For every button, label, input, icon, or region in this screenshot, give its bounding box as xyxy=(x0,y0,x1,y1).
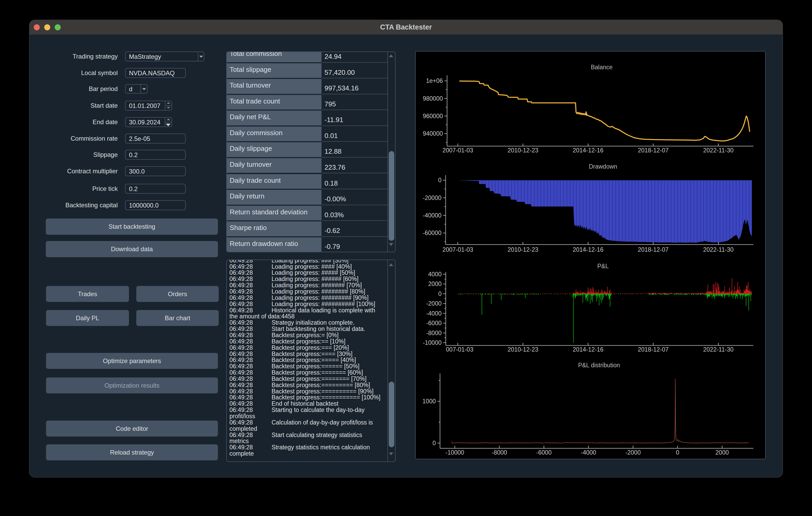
svg-text:-20000: -20000 xyxy=(423,194,442,201)
svg-text:0: 0 xyxy=(432,440,436,447)
svg-text:-4000: -4000 xyxy=(581,449,596,456)
svg-text:-8000: -8000 xyxy=(492,449,507,456)
svg-text:-2000: -2000 xyxy=(426,300,442,307)
svg-text:-8000: -8000 xyxy=(426,330,442,336)
svg-text:2022-11-30: 2022-11-30 xyxy=(703,147,733,154)
svg-text:-60000: -60000 xyxy=(423,230,442,236)
svg-text:Balance: Balance xyxy=(591,64,612,70)
svg-text:Drawdown: Drawdown xyxy=(589,163,617,170)
svg-text:P&L: P&L xyxy=(597,263,609,270)
svg-text:2022-11-30: 2022-11-30 xyxy=(703,246,733,253)
svg-text:1e+06: 1e+06 xyxy=(426,78,443,84)
svg-text:2000: 2000 xyxy=(716,449,729,456)
svg-text:1000: 1000 xyxy=(423,398,436,405)
svg-text:2010-12-23: 2010-12-23 xyxy=(508,346,539,353)
svg-text:960000: 960000 xyxy=(423,113,443,119)
svg-text:2018-12-07: 2018-12-07 xyxy=(638,246,669,253)
svg-text:-6000: -6000 xyxy=(536,449,552,456)
svg-text:2007-01-03: 2007-01-03 xyxy=(442,246,473,253)
svg-text:2000: 2000 xyxy=(428,280,442,287)
svg-text:-10000: -10000 xyxy=(445,449,464,456)
svg-text:2010-12-23: 2010-12-23 xyxy=(508,147,539,154)
svg-text:0: 0 xyxy=(438,177,442,183)
svg-text:940000: 940000 xyxy=(423,130,443,137)
svg-text:2014-12-16: 2014-12-16 xyxy=(573,147,604,154)
svg-text:4000: 4000 xyxy=(428,271,442,278)
svg-text:2014-12-16: 2014-12-16 xyxy=(573,246,604,253)
svg-text:-10000: -10000 xyxy=(423,339,442,346)
svg-text:-2000: -2000 xyxy=(625,449,641,456)
svg-text:2018-12-07: 2018-12-07 xyxy=(638,346,669,353)
svg-text:007-01-03: 007-01-03 xyxy=(446,346,473,353)
svg-text:0: 0 xyxy=(676,449,679,456)
svg-text:2007-01-03: 2007-01-03 xyxy=(442,147,473,154)
svg-text:2022-11-30: 2022-11-30 xyxy=(703,346,733,353)
svg-text:P&L distribution: P&L distribution xyxy=(578,362,620,369)
svg-text:2014-12-16: 2014-12-16 xyxy=(573,346,604,353)
svg-text:980000: 980000 xyxy=(423,95,443,102)
svg-text:2018-12-07: 2018-12-07 xyxy=(638,147,669,154)
svg-text:-6000: -6000 xyxy=(426,320,442,327)
svg-text:-40000: -40000 xyxy=(423,212,442,219)
svg-text:2010-12-23: 2010-12-23 xyxy=(508,246,539,253)
svg-text:-4000: -4000 xyxy=(426,310,442,317)
svg-text:0: 0 xyxy=(438,291,442,297)
